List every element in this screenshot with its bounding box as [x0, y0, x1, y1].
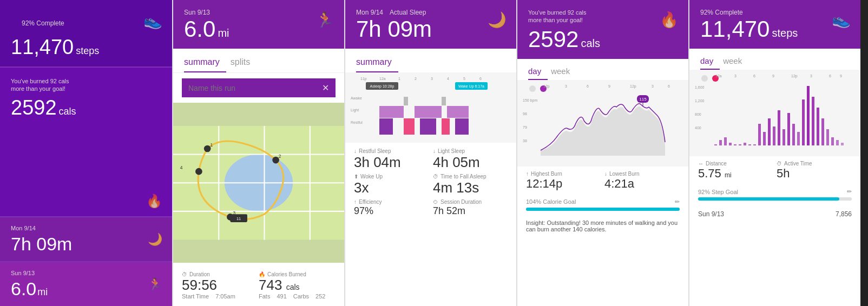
calorie-goal-bar-fill — [526, 208, 680, 211]
start-time-sub: Start Time 7:05am — [182, 293, 259, 300]
tab-cals-day[interactable]: day — [528, 63, 548, 80]
efficiency-value: 97% — [354, 206, 429, 216]
run-details-header: Sun 9/13 6.0 mi 🏃 — [173, 0, 344, 49]
tab-cals-week[interactable]: week — [551, 63, 576, 80]
svg-text:6: 6 — [479, 77, 482, 81]
svg-rect-41 — [447, 106, 469, 118]
tab-steps-week[interactable]: week — [723, 53, 748, 70]
distance-unit: mi — [725, 171, 732, 179]
fall-label: Time to Fall Asleep — [440, 174, 486, 179]
sleep-section: Mon 9/14 7h 09m 🌙 — [0, 217, 172, 261]
svg-rect-81 — [739, 144, 741, 145]
svg-text:400: 400 — [695, 126, 701, 130]
steps-header-unit: steps — [772, 27, 798, 39]
session-label: Session Duration — [440, 199, 482, 205]
sleep-duration: 7h 09m — [356, 16, 505, 42]
tab-summary[interactable]: summary — [184, 54, 226, 72]
svg-text:3: 3 — [734, 74, 737, 78]
active-label: Active Time — [784, 161, 812, 167]
bottom-value: 7,856 — [836, 210, 852, 218]
svg-rect-94 — [802, 99, 805, 145]
svg-text:11p: 11p — [360, 77, 367, 81]
steps-header: 92% Complete 11,470 steps 👟 — [0, 0, 172, 66]
svg-text:5: 5 — [463, 77, 465, 81]
svg-rect-102 — [841, 143, 844, 145]
burned-note: You've burned 92 cals more than your goa… — [11, 77, 161, 93]
svg-text:3: 3 — [810, 74, 812, 78]
cals-unit: cals — [286, 283, 300, 291]
svg-rect-43 — [442, 97, 446, 105]
svg-text:3: 3 — [652, 84, 654, 88]
svg-text:800: 800 — [695, 112, 701, 116]
run-tabs: summary splits — [173, 49, 344, 73]
svg-rect-36 — [420, 118, 436, 135]
steps-chart: 12a 3 6 9 12p 3 6 9 1,600 1,200 800 400 — [689, 70, 860, 156]
clear-search-button[interactable]: ✕ — [322, 83, 329, 93]
insight-text: Insight: Outstanding! 30 more minutes of… — [517, 216, 688, 236]
tab-steps-day[interactable]: day — [700, 53, 720, 70]
sleep-header: Mon 9/14 Actual Sleep 7h 09m 🌙 — [345, 0, 516, 49]
highest-icon: ↑ — [526, 171, 529, 177]
carbs-value: 252 — [315, 293, 325, 300]
calorie-goal-label: 104% Calorie Goal — [526, 198, 576, 205]
light-label: Light Sleep — [438, 148, 465, 154]
edit-goal-button[interactable]: ✏ — [675, 198, 680, 205]
calories-stat: 🔥 Calories Burned 743 cals Fats 491 Carb… — [259, 269, 336, 302]
svg-rect-96 — [812, 97, 814, 145]
svg-text:12p: 12p — [543, 84, 550, 89]
start-time-value: 7:05am — [215, 293, 235, 300]
cals-tabs: day week — [517, 59, 688, 80]
sleep-chart: 11p 12a 1 2 3 4 5 6 Asleep 10:28p Wake U… — [345, 72, 516, 143]
svg-rect-77 — [719, 140, 722, 145]
restful-icon: ↓ — [354, 148, 357, 154]
svg-text:3: 3 — [565, 84, 567, 88]
shoe-icon: 👟 — [143, 12, 162, 30]
tab-splits[interactable]: splits — [231, 54, 257, 72]
svg-rect-78 — [724, 137, 727, 145]
svg-rect-97 — [817, 108, 819, 145]
lowest-label: Lowest Burn — [609, 171, 640, 177]
active-icon: ⏱ — [777, 161, 782, 167]
svg-text:Awake: Awake — [351, 96, 362, 100]
run-unit: mi — [37, 287, 48, 298]
restful-sleep-stat: ↓ Restful Sleep 3h 04m — [354, 148, 429, 169]
woke-label: Woke Up — [360, 174, 383, 179]
svg-rect-93 — [797, 132, 800, 145]
svg-text:11: 11 — [236, 216, 241, 221]
calorie-goal-section: 104% Calorie Goal ✏ — [517, 195, 688, 216]
flame-icon: 🔥 — [146, 194, 162, 209]
sleep-value: 7h 09m — [11, 234, 161, 255]
svg-text:3: 3 — [431, 77, 433, 81]
steps-complete-label: 92% Complete — [700, 9, 850, 16]
steps-value: 11,470 — [11, 36, 74, 59]
fall-value: 4m 13s — [433, 181, 508, 195]
svg-text:6: 6 — [587, 84, 589, 88]
efficiency-label: Efficiency — [359, 199, 382, 205]
distance-value: 5.75 mi — [698, 167, 773, 181]
svg-text:9: 9 — [840, 74, 842, 78]
svg-rect-84 — [753, 144, 756, 145]
svg-rect-42 — [404, 97, 408, 105]
run-map[interactable]: 1 2 3 4 11 — [173, 103, 344, 263]
svg-rect-100 — [831, 137, 834, 145]
svg-rect-82 — [744, 143, 746, 145]
svg-text:79: 79 — [523, 125, 527, 129]
svg-rect-92 — [792, 124, 795, 145]
svg-rect-91 — [787, 113, 790, 145]
session-stat: ⏲ Session Duration 7h 52m — [433, 199, 508, 216]
svg-rect-101 — [836, 140, 839, 145]
sleep-moon-icon: 🌙 — [488, 11, 507, 29]
svg-text:2: 2 — [415, 77, 417, 81]
edit-step-goal-button[interactable]: ✏ — [847, 188, 852, 195]
step-goal-section: 92% Step Goal ✏ — [689, 185, 860, 206]
highest-label: Highest Burn — [531, 171, 562, 177]
step-goal-label: 92% Step Goal — [698, 189, 738, 195]
svg-point-45 — [529, 85, 536, 92]
svg-rect-83 — [748, 144, 751, 145]
run-name-input[interactable] — [188, 84, 322, 92]
steps-header-value: 11,470 — [700, 16, 770, 42]
tab-sleep-summary[interactable]: summary — [356, 54, 398, 72]
svg-text:38: 38 — [523, 139, 527, 143]
fats-value: 491 — [277, 293, 286, 300]
svg-rect-87 — [768, 118, 771, 145]
